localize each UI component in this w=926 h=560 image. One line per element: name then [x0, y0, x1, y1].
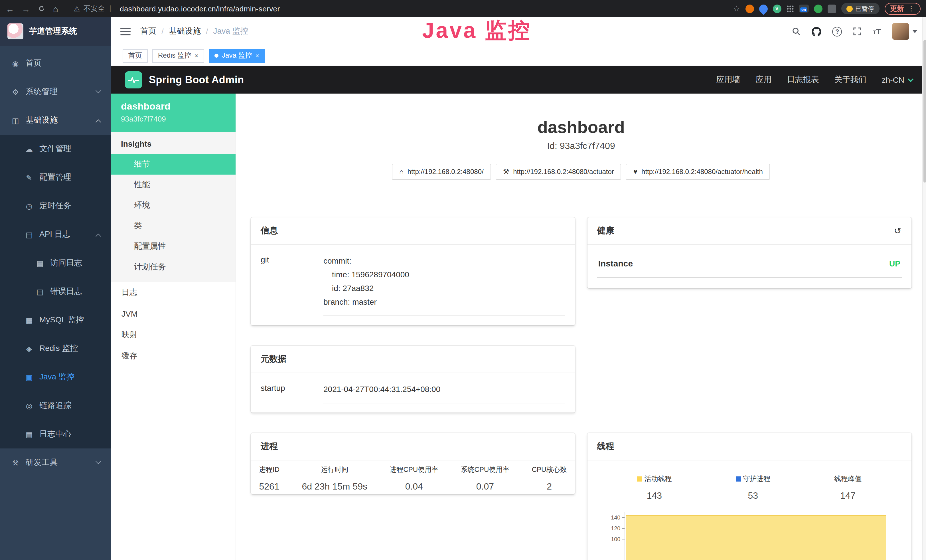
help-icon[interactable]: ? — [832, 27, 842, 36]
bookmark-star-icon[interactable]: ☆ — [733, 4, 740, 13]
sidebar-item-mysql[interactable]: ▦ MySQL 监控 — [0, 306, 111, 334]
threads-card-title: 线程 — [587, 433, 911, 460]
extension-icon-puppeteer[interactable] — [827, 4, 836, 13]
warning-icon: ⚠ — [74, 4, 80, 13]
close-icon[interactable]: × — [195, 52, 198, 59]
history-icon[interactable]: ↺ — [894, 226, 902, 236]
info-card-body: git commit: time: 1596289704000 id: 27aa… — [251, 245, 575, 325]
sidebar-item-trace[interactable]: ◎ 链路追踪 — [0, 391, 111, 420]
sidebar-item-job[interactable]: ◷ 定时任务 — [0, 192, 111, 220]
sidebar-item-redis[interactable]: ◈ Redis 监控 — [0, 334, 111, 363]
extension-icon-orange[interactable] — [745, 4, 754, 13]
sba-header: Spring Boot Admin 应用墙 应用 日志报表 关于我们 zh-CN — [111, 66, 926, 94]
paused-chip[interactable]: 已暂停 — [841, 3, 879, 14]
update-button[interactable]: 更新 ⋮ — [884, 3, 920, 15]
back-button[interactable]: ← — [6, 4, 14, 13]
sba-side-item-logs[interactable]: 日志 — [111, 282, 236, 303]
sidebar-item-java[interactable]: ▣ Java 监控 — [0, 363, 111, 391]
sba-side-item-mappings[interactable]: 映射 — [111, 324, 236, 345]
extension-icon-grid[interactable] — [786, 5, 794, 12]
search-icon[interactable] — [792, 27, 801, 36]
health-row[interactable]: Instance UP — [597, 259, 902, 278]
sba-side-item-scheduled[interactable]: 计划任务 — [111, 257, 236, 277]
sidebar-item-devtools[interactable]: ⚒ 研发工具 — [0, 448, 111, 477]
sidebar-item-file[interactable]: ☁ 文件管理 — [0, 135, 111, 163]
sba-menu-journal[interactable]: 日志报表 — [787, 75, 819, 85]
sidebar-item-config[interactable]: ✎ 配置管理 — [0, 163, 111, 192]
sba-side-item-details[interactable]: 细节 — [111, 154, 236, 175]
threads-chart-plot — [625, 512, 896, 560]
dashboard-icon: ◉ — [11, 59, 20, 68]
sba-instance-sidebar: dashboard 93a3fc7f7409 Insights 细节 性能 环境… — [111, 94, 236, 560]
instance-home-link[interactable]: ⌂ http://192.168.0.2:48080/ — [392, 164, 491, 180]
sidebar-item-error-log[interactable]: ▤ 错误日志 — [0, 277, 111, 306]
sidebar-item-logcenter[interactable]: ▤ 日志中心 — [0, 420, 111, 448]
sidebar-item-infra[interactable]: ◫ 基础设施 — [0, 106, 111, 135]
extension-icon-vue[interactable]: V — [773, 4, 781, 13]
sba-side-item-metrics[interactable]: 性能 — [111, 175, 236, 195]
hamburger-button[interactable] — [120, 28, 131, 35]
address-bar-url[interactable]: dashboard.yudao.iocoder.cn/infra/admin-s… — [120, 4, 280, 13]
tab-java[interactable]: Java 监控 × — [209, 49, 265, 62]
site-security-chip[interactable]: ⚠ 不安全 | — [74, 4, 112, 14]
sidebar-item-system[interactable]: ⚙ 系统管理 — [0, 77, 111, 106]
chevron-down-icon — [95, 458, 101, 464]
sba-menu-about[interactable]: 关于我们 — [834, 75, 866, 85]
scrollbar-thumb[interactable] — [923, 40, 926, 183]
app-sidebar: 芋道管理系统 ◉ 首页 ⚙ 系统管理 ◫ 基础设施 — [0, 17, 111, 560]
threads-card-body: 活动线程 143 守护进程 — [587, 460, 911, 560]
sba-menu-applications[interactable]: 应用 — [756, 75, 772, 85]
extension-icon-leaf[interactable] — [814, 4, 822, 13]
tab-redis[interactable]: Redis 监控 × — [152, 49, 204, 62]
sba-side-item-environment[interactable]: 环境 — [111, 195, 236, 216]
forward-button[interactable]: → — [22, 4, 30, 13]
edit-icon: ✎ — [24, 173, 34, 182]
browser-menu-icon[interactable]: ⋮ — [908, 5, 915, 12]
close-icon[interactable]: × — [255, 52, 259, 59]
breadcrumb-infra[interactable]: 基础设施 — [169, 26, 201, 36]
document-icon: ▤ — [35, 287, 44, 296]
sba-side-item-jvm[interactable]: JVM — [111, 303, 236, 324]
fullscreen-icon[interactable] — [853, 27, 862, 36]
emoji-face-icon — [846, 5, 852, 12]
breadcrumb-home[interactable]: 首页 — [140, 26, 156, 36]
app-logo[interactable]: 芋道管理系统 — [0, 17, 111, 45]
metadata-card: 元数据 startup 2021-04-27T00:44:31.254+08:0… — [251, 346, 575, 413]
sba-side-item-classes[interactable]: 类 — [111, 216, 236, 236]
user-menu[interactable] — [892, 23, 917, 40]
reload-button[interactable] — [38, 5, 45, 12]
process-card-body: 进程ID 5261 运行时间 6d 23h 15m 59s 进程CPU使用率 — [251, 460, 575, 494]
extension-icon-on-switch[interactable]: on — [799, 5, 808, 12]
sba-instance-header[interactable]: dashboard 93a3fc7f7409 — [111, 94, 236, 132]
sba-brand[interactable]: Spring Boot Admin — [149, 74, 244, 86]
table-icon: ▦ — [24, 316, 34, 324]
github-icon[interactable] — [812, 27, 822, 36]
sba-side-item-configprops[interactable]: 配置属性 — [111, 236, 236, 257]
clock-icon: ◷ — [24, 202, 34, 210]
font-size-icon[interactable]: TT — [873, 26, 881, 36]
health-card-title: 健康 — [597, 226, 614, 236]
info-card-title: 信息 — [251, 217, 575, 245]
home-button[interactable]: ⌂ — [53, 4, 58, 13]
process-card: 进程 进程ID 5261 运行时间 6d 23h 15m 59s — [251, 433, 575, 494]
infra-submenu: ☁ 文件管理 ✎ 配置管理 ◷ 定时任务 ▤ API 日志 — [0, 135, 111, 448]
stat-pid: 进程ID 5261 — [259, 465, 280, 492]
sidebar-item-access-log[interactable]: ▤ 访问日志 — [0, 249, 111, 277]
instance-actuator-link[interactable]: ⚒ http://192.168.0.2:48080/actuator — [496, 164, 622, 180]
document-icon: ▤ — [35, 259, 44, 267]
sba-side-item-caches[interactable]: 缓存 — [111, 345, 236, 366]
instance-health-link[interactable]: ♥ http://192.168.0.2:48080/actuator/heal… — [626, 164, 770, 180]
sba-locale-select[interactable]: zh-CN — [882, 75, 912, 85]
sidebar-item-api-log[interactable]: ▤ API 日志 — [0, 220, 111, 249]
page-scrollbar[interactable] — [922, 17, 926, 560]
sba-content: dashboard Id: 93a3fc7f7409 ⌂ http://192.… — [236, 94, 926, 560]
sba-body: dashboard 93a3fc7f7409 Insights 细节 性能 环境… — [111, 94, 926, 560]
sba-logo-icon[interactable] — [125, 71, 142, 88]
sba-instance-name: dashboard — [121, 101, 226, 112]
sba-menu-wallboard[interactable]: 应用墙 — [716, 75, 740, 85]
extension-icon-drop[interactable] — [757, 3, 769, 15]
gear-icon: ⚙ — [11, 88, 20, 96]
navbar-actions: ? TT — [792, 23, 917, 40]
tab-home[interactable]: 首页 — [123, 49, 148, 62]
sidebar-item-home[interactable]: ◉ 首页 — [0, 49, 111, 77]
